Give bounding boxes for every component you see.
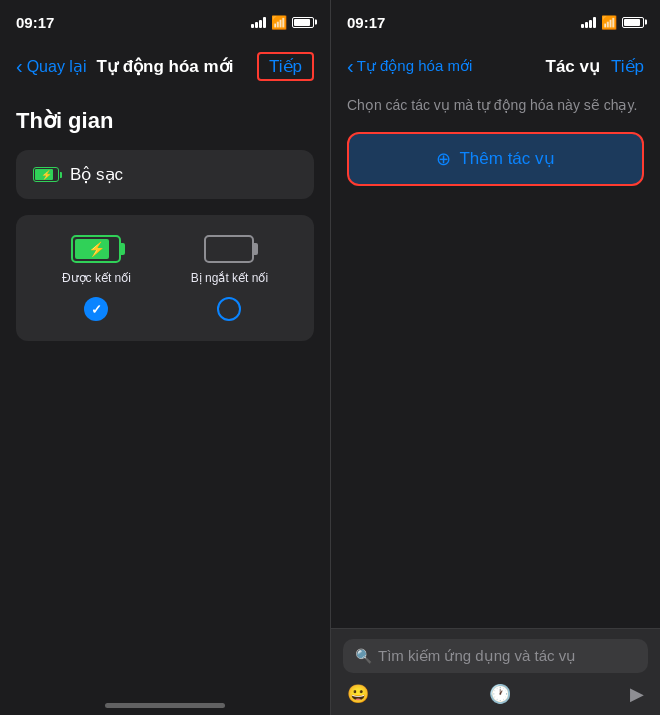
empty-battery-icon — [204, 235, 254, 263]
right-status-icons: 📶 — [581, 15, 644, 30]
charger-icon: ⚡ — [32, 166, 60, 184]
search-icon: 🔍 — [355, 648, 372, 664]
charging-battery-icon: ⚡ — [71, 235, 121, 263]
right-nav-title: Tác vụ — [546, 56, 600, 77]
left-content: Thời gian ⚡ Bộ sạc ⚡ Được k — [0, 88, 330, 695]
signal-bars-icon — [251, 16, 266, 28]
bottom-search-panel: 🔍 Tìm kiếm ứng dụng và tác vụ 😀 🕐 ▶ — [331, 628, 660, 715]
disconnected-option[interactable]: Bị ngắt kết nối — [191, 235, 268, 321]
connected-option[interactable]: ⚡ Được kết nối ✓ — [62, 235, 131, 321]
right-panel: 09:17 📶 ‹ Tự động hóa mới Tác vụ Tiếp Ch… — [330, 0, 660, 715]
disconnected-label: Bị ngắt kết nối — [191, 271, 268, 285]
next-button[interactable]: Tiếp — [257, 52, 314, 81]
right-nav-bar: ‹ Tự động hóa mới Tác vụ Tiếp — [331, 44, 660, 88]
left-nav-title: Tự động hóa mới — [97, 56, 234, 77]
search-input-row[interactable]: 🔍 Tìm kiếm ứng dụng và tác vụ — [343, 639, 648, 673]
right-status-bar: 09:17 📶 — [331, 0, 660, 44]
connected-label: Được kết nối — [62, 271, 131, 285]
left-panel: 09:17 📶 ‹ Quay lại Tự động hóa mới Tiếp … — [0, 0, 330, 715]
right-wifi-icon: 📶 — [601, 15, 617, 30]
send-icon[interactable]: ▶ — [630, 683, 644, 705]
clock-icon[interactable]: 🕐 — [489, 683, 511, 705]
left-status-time: 09:17 — [16, 14, 54, 31]
right-next-button[interactable]: Tiếp — [611, 56, 644, 77]
search-placeholder: Tìm kiếm ứng dụng và tác vụ — [378, 647, 576, 665]
right-back-button[interactable]: ‹ Tự động hóa mới — [347, 55, 472, 78]
back-arrow-icon: ‹ — [16, 56, 23, 76]
add-action-plus-icon: ⊕ — [436, 148, 451, 170]
connected-checkmark: ✓ — [84, 297, 108, 321]
bottom-icons-row: 😀 🕐 ▶ — [343, 683, 648, 705]
right-back-label: Tự động hóa mới — [357, 57, 473, 75]
battery-icon — [292, 17, 314, 28]
left-status-icons: 📶 — [251, 15, 314, 30]
left-nav-bar: ‹ Quay lại Tự động hóa mới Tiếp — [0, 44, 330, 88]
back-button[interactable]: ‹ Quay lại — [16, 56, 86, 76]
right-subtitle: Chọn các tác vụ mà tự động hóa này sẽ ch… — [331, 88, 660, 132]
back-label: Quay lại — [27, 57, 87, 76]
battery-options-card: ⚡ Được kết nối ✓ Bị ngắt kết nối — [16, 215, 314, 341]
right-battery-icon — [622, 17, 644, 28]
trigger-label: Bộ sạc — [70, 164, 123, 185]
home-indicator — [0, 695, 330, 715]
section-title: Thời gian — [16, 108, 314, 134]
right-status-time: 09:17 — [347, 14, 385, 31]
disconnected-checkmark — [217, 297, 241, 321]
emoji-icon[interactable]: 😀 — [347, 683, 369, 705]
add-action-label: Thêm tác vụ — [459, 148, 554, 169]
left-status-bar: 09:17 📶 — [0, 0, 330, 44]
trigger-item[interactable]: ⚡ Bộ sạc — [16, 150, 314, 199]
wifi-icon: 📶 — [271, 15, 287, 30]
add-action-button[interactable]: ⊕ Thêm tác vụ — [347, 132, 644, 186]
right-signal-bars-icon — [581, 16, 596, 28]
right-back-arrow-icon: ‹ — [347, 55, 354, 78]
